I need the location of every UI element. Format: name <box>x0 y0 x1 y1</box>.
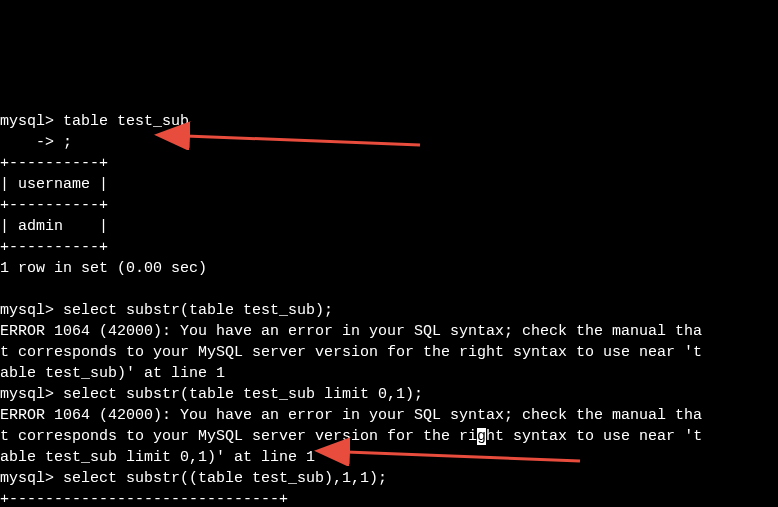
table-header: | username | <box>0 176 108 193</box>
prompt-line: mysql> table test_sub <box>0 113 189 130</box>
error-line: t corresponds to your MySQL server versi… <box>0 344 702 361</box>
cursor-highlight: g <box>477 428 486 445</box>
prompt-line: mysql> select substr(table test_sub limi… <box>0 386 423 403</box>
error-line: able test_sub)' at line 1 <box>0 365 225 382</box>
error-line: ERROR 1064 (42000): You have an error in… <box>0 407 702 424</box>
prompt-line: mysql> select substr(table test_sub); <box>0 302 333 319</box>
terminal-output: mysql> table test_sub -> ; +----------+ … <box>0 90 778 507</box>
prompt-line: mysql> select substr((table test_sub),1,… <box>0 470 387 487</box>
table-border: +----------+ <box>0 155 108 172</box>
table-border: +----------+ <box>0 197 108 214</box>
table-border: +------------------------------+ <box>0 491 288 507</box>
error-line: ERROR 1064 (42000): You have an error in… <box>0 323 702 340</box>
error-line-with-cursor: t corresponds to your MySQL server versi… <box>0 428 702 445</box>
error-line: able test_sub limit 0,1)' at line 1 <box>0 449 315 466</box>
continuation-line: -> ; <box>0 134 72 151</box>
table-row: | admin | <box>0 218 108 235</box>
table-border: +----------+ <box>0 239 108 256</box>
result-summary: 1 row in set (0.00 sec) <box>0 260 207 277</box>
